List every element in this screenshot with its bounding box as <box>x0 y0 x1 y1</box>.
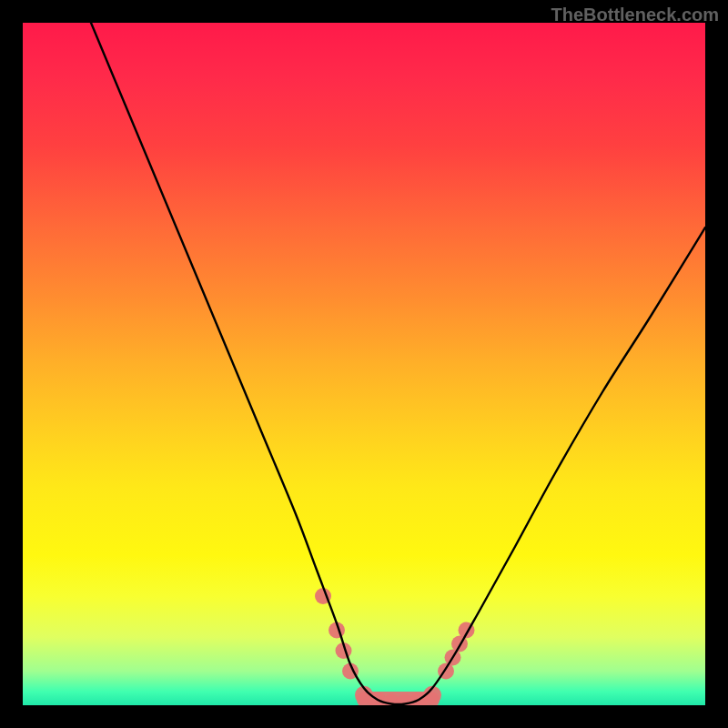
chart-frame: TheBottleneck.com <box>0 0 728 728</box>
marker-points <box>315 588 475 705</box>
curve-svg <box>23 23 705 705</box>
watermark-text: TheBottleneck.com <box>551 5 719 25</box>
bottleneck-curve <box>91 23 705 704</box>
plot-area <box>23 23 705 705</box>
